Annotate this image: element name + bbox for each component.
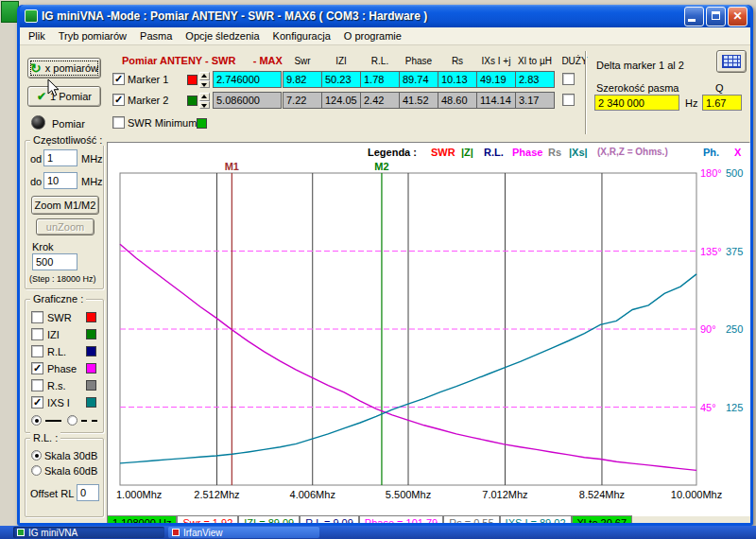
swr-min-row: ✓ SWR Minimum	[107, 113, 750, 132]
svg-text:5.500Mhz: 5.500Mhz	[386, 489, 431, 500]
svg-text:8.524Mhz: 8.524Mhz	[579, 489, 625, 500]
scale-60db-radio[interactable]	[31, 465, 42, 476]
trace-phase-color	[86, 363, 96, 374]
menu-konfiguracja[interactable]: Konfiguracja	[266, 28, 337, 43]
zoom-m1-m2-button[interactable]: Zoom M1/M2	[31, 196, 99, 215]
trace-rl-checkbox[interactable]: ✓	[31, 345, 43, 357]
marker1-label: Marker 1	[128, 74, 168, 85]
status-cell: IZI = 89.09	[238, 515, 300, 523]
q-label: Q	[715, 82, 724, 94]
marker2-spinner[interactable]	[199, 93, 210, 109]
col-xs: IXs I +j	[476, 56, 516, 66]
legend-xs: |Xs|	[569, 147, 588, 158]
legend-rs: Rs	[548, 147, 561, 158]
taskbar: IG miniVNA IrfanView	[0, 526, 756, 539]
delta-calc-button[interactable]	[716, 50, 747, 73]
freq-from-input[interactable]	[43, 149, 77, 166]
single-measure-button[interactable]: ✔ 1 Pomiar	[27, 86, 101, 107]
bandwidth-value: 2 340 000	[594, 95, 679, 111]
window-title: IG miniVNA -Mode : Pomiar ANTENY - SWR -…	[42, 9, 684, 23]
menu-tryb-pomiarow[interactable]: Tryb pomiarów	[52, 28, 133, 43]
measure-n-button[interactable]: ↻ x pomiarów	[27, 58, 101, 78]
scale-30db-radio[interactable]	[31, 450, 42, 461]
measure-n-button-label: x pomiarów	[45, 62, 98, 74]
minimize-button[interactable]	[684, 7, 704, 26]
marker1-rs: 10.13	[438, 71, 477, 88]
menu-pasma[interactable]: Pasma	[133, 28, 179, 43]
x-axis-title: X	[734, 147, 741, 158]
freq-to-input[interactable]	[43, 172, 77, 189]
trace-z-label: IZI	[47, 329, 60, 340]
legend-phase: Phase	[512, 147, 542, 158]
svg-text:135°: 135°	[700, 246, 722, 257]
legend-rl: R.L.	[484, 147, 504, 158]
status-cell: Rs = 0.55	[443, 515, 499, 523]
trace-swr-checkbox[interactable]: ✓	[31, 311, 43, 323]
marker2-xs: 114.14	[476, 92, 516, 109]
frequency-group: Częstotliwość : od MHz do MHz Zoom M1/M2…	[25, 140, 104, 289]
trace-rs-checkbox[interactable]: ✓	[31, 379, 43, 391]
svg-text:4.006Mhz: 4.006Mhz	[290, 489, 335, 500]
menu-plik[interactable]: Plik	[22, 28, 52, 43]
step-label: Krok	[32, 241, 54, 252]
menu-bar: Plik Tryb pomiarów Pasma Opcje śledzenia…	[20, 27, 750, 45]
calculator-icon	[722, 55, 741, 68]
marker1-phase: 89.74	[399, 71, 438, 88]
freq-to-label: do	[30, 176, 42, 187]
menu-opcje-sledzenia[interactable]: Opcje śledzenia	[179, 28, 266, 43]
trace-xs-label: IXS I	[47, 397, 70, 409]
chart-canvas[interactable]: 1.000Mhz2.512Mhz4.006Mhz5.500Mhz7.012Mhz…	[115, 160, 750, 513]
svg-text:125: 125	[726, 402, 743, 413]
step-input[interactable]	[32, 253, 77, 270]
marker1-spinner[interactable]	[199, 72, 210, 88]
q-value: 1.67	[702, 95, 742, 111]
title-bar[interactable]: IG miniVNA -Mode : Pomiar ANTENY - SWR -…	[20, 5, 750, 27]
menu-o-programie[interactable]: O programie	[337, 28, 408, 43]
status-cell: IXS I = 89.02	[500, 515, 572, 523]
swr-min-label: SWR Minimum	[128, 117, 197, 129]
line-dashed-radio[interactable]	[67, 415, 77, 426]
close-button[interactable]: ✕	[728, 7, 747, 26]
panel-divider	[585, 51, 587, 134]
marker-panel: Pomiar ANTENY - SWR - MAX Swr IZI R.L. P…	[107, 45, 750, 140]
trace-rl-color	[86, 346, 96, 356]
marker2-rl: 2.42	[360, 92, 400, 109]
marker2-duzy-checkbox[interactable]: ✓	[562, 94, 575, 106]
marker2-checkbox[interactable]: ✓	[112, 94, 125, 106]
col-rl: R.L.	[360, 56, 400, 66]
minivna-task-label: IG miniVNA	[28, 528, 77, 538]
offset-rl-input[interactable]	[77, 484, 99, 501]
delta-marker-label: Delta marker 1 al 2	[596, 60, 684, 71]
trace-swr-color	[86, 312, 96, 322]
trace-xs-checkbox[interactable]: ✓	[31, 396, 43, 409]
trace-rs-color	[86, 380, 96, 391]
mouse-cursor-icon	[47, 78, 60, 97]
trace-phase-checkbox[interactable]: ✓	[31, 362, 43, 374]
marker1-duzy-checkbox[interactable]: ✓	[562, 73, 575, 85]
svg-text:2.512Mhz: 2.512Mhz	[194, 489, 239, 500]
swr-min-checkbox[interactable]: ✓	[112, 116, 125, 129]
marker2-z: 124.05	[321, 92, 361, 109]
marker1-swr: 9.82	[283, 71, 322, 88]
maximize-button[interactable]	[706, 7, 726, 26]
trace-z-checkbox[interactable]: ✓	[31, 328, 43, 340]
measurement-title: Pomiar ANTENY - SWR - MAX	[122, 55, 283, 66]
scale-60db-label: Skala 60dB	[44, 465, 97, 477]
trace-rl-label: R.L.	[47, 346, 66, 357]
offset-rl-label: Offset RL	[30, 488, 74, 499]
trace-phase-label: Phase	[47, 363, 77, 374]
marker1-xl: 2.83	[515, 71, 555, 88]
svg-text:1.000Mhz: 1.000Mhz	[116, 489, 162, 500]
checkmark-icon: ✔	[37, 91, 46, 102]
legend-title: Legenda :	[368, 147, 417, 158]
line-solid-radio[interactable]	[31, 415, 42, 426]
taskbar-irfanview[interactable]: IrfanView	[168, 527, 319, 538]
col-swr: Swr	[283, 56, 322, 66]
legend-z: |Z|	[461, 147, 473, 158]
marker1-checkbox[interactable]: ✓	[112, 73, 125, 85]
taskbar-minivna[interactable]: IG miniVNA	[13, 527, 164, 538]
unzoom-button[interactable]: unZoom	[36, 218, 94, 235]
col-xl: Xl to µH	[515, 56, 555, 66]
svg-text:M1: M1	[225, 161, 239, 172]
traces-group: Graficzne : ✓ SWR ✓ IZI ✓ R.L. ✓ Phase ✓…	[25, 299, 104, 433]
